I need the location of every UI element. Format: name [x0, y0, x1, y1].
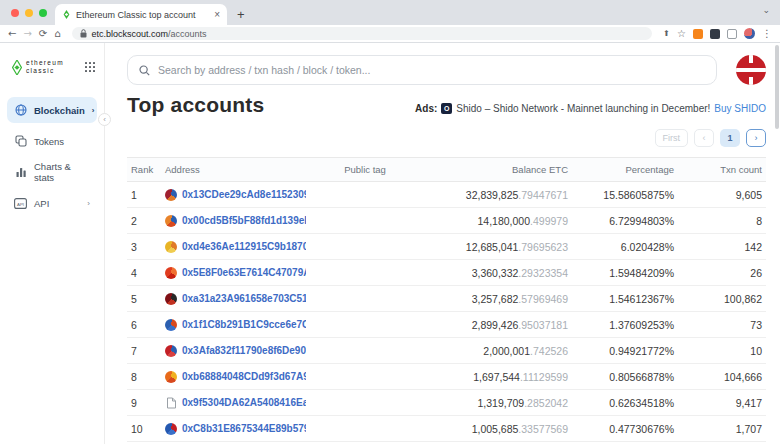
sidebar-item-charts-stats[interactable]: Charts & stats	[7, 159, 97, 185]
scrollbar-thumb[interactable]	[775, 45, 779, 129]
forward-button[interactable]: →	[23, 29, 31, 39]
main-content: Top accounts Ads: O Shido – Shido Networ…	[105, 43, 780, 444]
address-bar[interactable]: etc.blockscout.com/accounts	[72, 27, 653, 40]
search-box[interactable]	[127, 55, 717, 85]
maximize-window-button[interactable]	[39, 9, 47, 17]
balance-fraction: .742526	[530, 345, 568, 357]
url-path: /accounts	[168, 29, 207, 39]
balance-integer: 3,360,332	[472, 267, 519, 279]
buy-shido-link[interactable]: Buy SHIDO	[714, 103, 766, 114]
etc-diamond-icon	[12, 60, 22, 75]
ads-label: Ads:	[415, 103, 437, 114]
table-row: 10 0xC8b31E8675344E89b579f7a4D1653a...41…	[127, 416, 766, 442]
globe-icon	[14, 104, 27, 117]
balance-fraction: .79695623	[518, 241, 568, 253]
txn-count-cell: 1,707	[678, 416, 766, 442]
search-input[interactable]	[158, 64, 705, 76]
address-link[interactable]: 0xd4e36Ae112915C9b18700505ee589...5D4d	[182, 241, 306, 252]
balance-integer: 32,839,825	[466, 189, 519, 201]
table-row: 4 0x5E8F0e63E7614C47079A41AD4c37...Df5A …	[127, 260, 766, 286]
home-button[interactable]: ⌂	[54, 29, 60, 39]
browser-profile-avatar[interactable]	[744, 28, 755, 39]
sidebar-nav: Blockchain › Tokens Charts & stats	[0, 97, 104, 216]
txn-count-cell: 2	[678, 442, 766, 445]
public-tag-cell	[306, 182, 424, 208]
close-tab-icon[interactable]: ×	[214, 10, 220, 20]
sidebar-item-tokens[interactable]: Tokens	[7, 128, 97, 154]
chevron-right-icon: ›	[92, 106, 95, 115]
chevron-down-icon[interactable]: ⌄	[762, 5, 770, 15]
address-link[interactable]: 0x3Afa832f11790e8f6De90f84Aa4ab5...0f58	[182, 345, 306, 356]
reload-button[interactable]: ⟳	[39, 29, 47, 39]
percentage-cell: 1.54612367%	[572, 286, 678, 312]
tab-title: Ethereum Classic top account	[76, 10, 209, 20]
txn-count-cell: 73	[678, 312, 766, 338]
sidebar-item-blockchain[interactable]: Blockchain ›	[7, 97, 97, 123]
address-link[interactable]: 0x13CDee29cAd8e11523095900e2195...02Ad	[182, 189, 306, 200]
address-link[interactable]: 0xb68884048CDd9f3d67A94c958606...79CA	[182, 371, 306, 382]
address-link[interactable]: 0x00cd5Bf5bF88fd1d139eF486ce35B8...DE91	[182, 215, 306, 226]
macos-window-controls[interactable]	[11, 9, 47, 17]
balance-cell: 3,360,332.29323354	[424, 260, 572, 286]
sidepanel-icon[interactable]	[727, 29, 737, 39]
rank-cell: 10	[127, 416, 161, 442]
sidebar-item-label: Tokens	[34, 136, 64, 147]
address-identicon	[165, 189, 177, 201]
percentage-cell: 0.47730676%	[572, 416, 678, 442]
address-link[interactable]: 0x5E8F0e63E7614C47079A41AD4c37...Df5A	[182, 267, 306, 278]
balance-cell: 32,839,825.79447671	[424, 182, 572, 208]
public-tag-cell	[306, 208, 424, 234]
table-row: 5 0xa31a23A961658e703C51a72957B6b...Bd53…	[127, 286, 766, 312]
address-identicon	[165, 215, 177, 227]
table-row: 8 0xb68884048CDd9f3d67A94c958606...79CA …	[127, 364, 766, 390]
api-icon: API	[14, 197, 27, 210]
apps-grid-icon[interactable]	[85, 62, 96, 73]
sidebar-collapse-button[interactable]: ‹	[98, 113, 111, 126]
address-identicon	[165, 293, 177, 305]
percentage-cell: 15.58605875%	[572, 182, 678, 208]
network-logo-icon[interactable]	[736, 55, 766, 85]
rank-cell: 11	[127, 442, 161, 445]
svg-text:API: API	[17, 201, 24, 206]
table-row: 9 0x9f5304DA62A5408416Ea58A17a926...5ce3…	[127, 390, 766, 416]
address-link[interactable]: 0xC8b31E8675344E89b579f7a4D1653a...4112	[182, 423, 306, 434]
chevron-right-icon: ›	[87, 199, 90, 208]
public-tag-cell	[306, 390, 424, 416]
browser-tab[interactable]: Ethereum Classic top account ×	[55, 4, 227, 25]
extension-icon[interactable]	[710, 29, 720, 39]
txn-count-cell: 9,605	[678, 182, 766, 208]
new-tab-button[interactable]: +	[237, 7, 245, 25]
minimize-window-button[interactable]	[25, 9, 33, 17]
close-window-button[interactable]	[11, 9, 19, 17]
site-logo-row[interactable]: ethereum classic	[0, 43, 104, 83]
public-tag-cell	[306, 312, 424, 338]
browser-toolbar: ← → ⟳ ⌂ etc.blockscout.com/accounts ⬆ ☆ …	[0, 25, 780, 43]
txn-count-cell: 142	[678, 234, 766, 260]
pagination-current-page[interactable]: 1	[720, 129, 740, 147]
sidebar: ethereum classic ‹ Blockchain ›	[0, 43, 105, 444]
browser-menu-icon[interactable]: ⋮	[762, 29, 772, 39]
percentage-cell: 6.72994803%	[572, 208, 678, 234]
balance-cell: 3,257,682.57969469	[424, 286, 572, 312]
address-link[interactable]: 0x9f5304DA62A5408416Ea58A17a926...5ce3	[182, 397, 306, 408]
pagination-prev-button[interactable]: ‹	[694, 129, 714, 147]
percentage-cell: 6.020428%	[572, 234, 678, 260]
public-tag-cell	[306, 442, 424, 445]
browser-tabstrip: Ethereum Classic top account × + ⌄	[0, 0, 780, 25]
pagination-next-button[interactable]: ›	[746, 129, 766, 147]
contract-icon	[165, 397, 177, 409]
public-tag-cell	[306, 286, 424, 312]
address-link[interactable]: 0x1f1C8b291B1C9cce6e7C1bee8F660f...5B94	[182, 319, 306, 330]
balance-integer: 1,005,685	[472, 423, 519, 435]
metamask-extension-icon[interactable]	[693, 29, 703, 39]
pagination-first-button[interactable]: First	[655, 129, 689, 147]
sidebar-item-api[interactable]: API API ›	[7, 190, 97, 216]
url-domain: etc.blockscout.com	[92, 29, 169, 39]
balance-cell: 1,319,709.2852042	[424, 390, 572, 416]
share-icon[interactable]: ⬆	[663, 30, 670, 38]
rank-cell: 2	[127, 208, 161, 234]
back-button[interactable]: ←	[8, 29, 16, 39]
txn-count-cell: 26	[678, 260, 766, 286]
address-link[interactable]: 0xa31a23A961658e703C51a72957B6b...Bd53	[182, 293, 306, 304]
bookmark-star-icon[interactable]: ☆	[677, 29, 686, 39]
